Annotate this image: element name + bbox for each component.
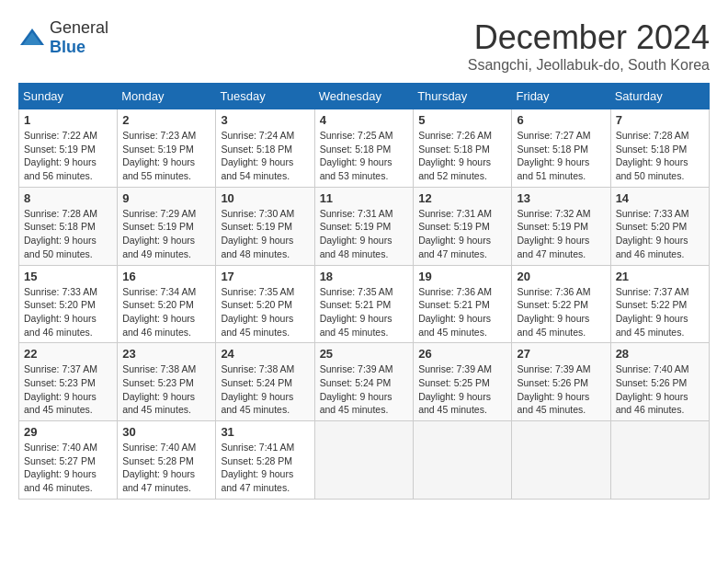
table-row: 6 Sunrise: 7:27 AM Sunset: 5:18 PM Dayli… <box>512 109 610 188</box>
sunset-time: Sunset: 5:20 PM <box>24 299 96 310</box>
sunrise-time: Sunrise: 7:29 AM <box>122 208 196 219</box>
sunset-time: Sunset: 5:23 PM <box>24 377 96 388</box>
day-info: Sunrise: 7:39 AM Sunset: 5:26 PM Dayligh… <box>517 362 605 417</box>
day-number: 13 <box>517 191 605 205</box>
sunrise-time: Sunrise: 7:40 AM <box>24 442 97 453</box>
day-info: Sunrise: 7:28 AM Sunset: 5:18 PM Dayligh… <box>24 207 112 261</box>
sunrise-time: Sunrise: 7:38 AM <box>122 363 196 374</box>
daylight-hours: Daylight: 9 hours and 47 minutes. <box>418 235 491 259</box>
day-number: 31 <box>221 425 309 439</box>
sunrise-time: Sunrise: 7:40 AM <box>122 442 196 453</box>
daylight-hours: Daylight: 9 hours and 55 minutes. <box>122 156 195 181</box>
daylight-hours: Daylight: 9 hours and 50 minutes. <box>24 235 97 259</box>
logo-text: General Blue <box>50 18 108 57</box>
col-sunday: Sunday <box>19 84 118 109</box>
day-number: 1 <box>24 113 112 127</box>
sunset-time: Sunset: 5:19 PM <box>418 221 490 232</box>
logo-icon <box>18 27 46 49</box>
table-row: 20 Sunrise: 7:36 AM Sunset: 5:22 PM Dayl… <box>512 265 610 343</box>
day-info: Sunrise: 7:38 AM Sunset: 5:23 PM Dayligh… <box>122 362 210 417</box>
table-row: 7 Sunrise: 7:28 AM Sunset: 5:18 PM Dayli… <box>610 109 709 188</box>
col-tuesday: Tuesday <box>216 84 314 109</box>
daylight-hours: Daylight: 9 hours and 48 minutes. <box>320 235 392 259</box>
daylight-hours: Daylight: 9 hours and 45 minutes. <box>320 313 392 338</box>
daylight-hours: Daylight: 9 hours and 46 minutes. <box>616 235 688 259</box>
day-number: 3 <box>221 113 309 127</box>
col-saturday: Saturday <box>610 84 709 109</box>
daylight-hours: Daylight: 9 hours and 45 minutes. <box>418 313 491 338</box>
sunset-time: Sunset: 5:26 PM <box>616 377 688 388</box>
title-area: December 2024 Ssangchi, Jeollabuk-do, So… <box>468 18 710 74</box>
daylight-hours: Daylight: 9 hours and 47 minutes. <box>221 468 293 493</box>
sunrise-time: Sunrise: 7:31 AM <box>418 208 492 219</box>
day-info: Sunrise: 7:33 AM Sunset: 5:20 PM Dayligh… <box>24 285 112 339</box>
calendar-week-row: 15 Sunrise: 7:33 AM Sunset: 5:20 PM Dayl… <box>19 265 710 343</box>
sunset-time: Sunset: 5:18 PM <box>221 144 292 155</box>
table-row: 29 Sunrise: 7:40 AM Sunset: 5:27 PM Dayl… <box>19 421 118 500</box>
sunrise-time: Sunrise: 7:39 AM <box>320 363 393 374</box>
day-number: 29 <box>24 425 112 439</box>
logo-general: General <box>50 18 108 37</box>
table-row: 14 Sunrise: 7:33 AM Sunset: 5:20 PM Dayl… <box>610 187 709 265</box>
day-info: Sunrise: 7:27 AM Sunset: 5:18 PM Dayligh… <box>517 129 605 183</box>
sunset-time: Sunset: 5:24 PM <box>320 377 392 388</box>
daylight-hours: Daylight: 9 hours and 45 minutes. <box>221 313 293 338</box>
sunrise-time: Sunrise: 7:31 AM <box>320 208 393 219</box>
daylight-hours: Daylight: 9 hours and 52 minutes. <box>418 156 491 181</box>
sunrise-time: Sunrise: 7:32 AM <box>517 208 590 219</box>
table-row: 28 Sunrise: 7:40 AM Sunset: 5:26 PM Dayl… <box>610 343 709 421</box>
daylight-hours: Daylight: 9 hours and 45 minutes. <box>418 391 491 416</box>
table-row: 30 Sunrise: 7:40 AM Sunset: 5:28 PM Dayl… <box>118 421 216 500</box>
table-row: 16 Sunrise: 7:34 AM Sunset: 5:20 PM Dayl… <box>118 265 216 343</box>
sunrise-time: Sunrise: 7:33 AM <box>24 286 97 297</box>
sunset-time: Sunset: 5:18 PM <box>616 144 688 155</box>
day-number: 21 <box>616 270 704 283</box>
day-number: 22 <box>24 347 112 361</box>
day-info: Sunrise: 7:31 AM Sunset: 5:19 PM Dayligh… <box>418 207 506 261</box>
daylight-hours: Daylight: 9 hours and 45 minutes. <box>616 313 688 338</box>
sunset-time: Sunset: 5:21 PM <box>418 299 490 310</box>
col-monday: Monday <box>118 84 216 109</box>
day-number: 4 <box>320 113 409 127</box>
table-row: 24 Sunrise: 7:38 AM Sunset: 5:24 PM Dayl… <box>216 343 314 421</box>
sunrise-time: Sunrise: 7:25 AM <box>320 130 393 141</box>
day-info: Sunrise: 7:39 AM Sunset: 5:24 PM Dayligh… <box>320 362 409 417</box>
day-number: 16 <box>122 270 210 283</box>
calendar-header-row: Sunday Monday Tuesday Wednesday Thursday… <box>19 84 710 109</box>
header: General Blue December 2024 Ssangchi, Jeo… <box>18 18 710 74</box>
day-info: Sunrise: 7:32 AM Sunset: 5:19 PM Dayligh… <box>517 207 605 261</box>
sunset-time: Sunset: 5:22 PM <box>616 299 688 310</box>
sunset-time: Sunset: 5:24 PM <box>221 377 292 388</box>
day-info: Sunrise: 7:41 AM Sunset: 5:28 PM Dayligh… <box>221 441 309 495</box>
day-number: 30 <box>122 425 210 439</box>
logo-blue: Blue <box>50 38 85 56</box>
day-info: Sunrise: 7:38 AM Sunset: 5:24 PM Dayligh… <box>221 362 309 417</box>
daylight-hours: Daylight: 9 hours and 46 minutes. <box>122 313 195 338</box>
sunset-time: Sunset: 5:18 PM <box>517 144 588 155</box>
sunset-time: Sunset: 5:20 PM <box>616 221 688 232</box>
sunset-time: Sunset: 5:19 PM <box>221 221 292 232</box>
table-row: 10 Sunrise: 7:30 AM Sunset: 5:19 PM Dayl… <box>216 187 314 265</box>
table-row <box>414 421 512 500</box>
location-subtitle: Ssangchi, Jeollabuk-do, South Korea <box>468 57 710 74</box>
day-number: 26 <box>418 347 506 361</box>
calendar-table: Sunday Monday Tuesday Wednesday Thursday… <box>18 83 710 500</box>
sunset-time: Sunset: 5:26 PM <box>517 377 588 388</box>
daylight-hours: Daylight: 9 hours and 45 minutes. <box>517 313 589 338</box>
col-friday: Friday <box>512 84 610 109</box>
day-number: 5 <box>418 113 506 127</box>
table-row: 17 Sunrise: 7:35 AM Sunset: 5:20 PM Dayl… <box>216 265 314 343</box>
table-row: 1 Sunrise: 7:22 AM Sunset: 5:19 PM Dayli… <box>19 109 118 188</box>
table-row: 5 Sunrise: 7:26 AM Sunset: 5:18 PM Dayli… <box>414 109 512 188</box>
daylight-hours: Daylight: 9 hours and 47 minutes. <box>517 235 589 259</box>
sunrise-time: Sunrise: 7:34 AM <box>122 286 196 297</box>
sunrise-time: Sunrise: 7:30 AM <box>221 208 294 219</box>
day-info: Sunrise: 7:37 AM Sunset: 5:22 PM Dayligh… <box>616 285 704 339</box>
col-thursday: Thursday <box>414 84 512 109</box>
sunset-time: Sunset: 5:21 PM <box>320 299 392 310</box>
table-row: 27 Sunrise: 7:39 AM Sunset: 5:26 PM Dayl… <box>512 343 610 421</box>
sunrise-time: Sunrise: 7:36 AM <box>517 286 590 297</box>
day-number: 9 <box>122 191 210 205</box>
sunrise-time: Sunrise: 7:22 AM <box>24 130 97 141</box>
table-row: 23 Sunrise: 7:38 AM Sunset: 5:23 PM Dayl… <box>118 343 216 421</box>
